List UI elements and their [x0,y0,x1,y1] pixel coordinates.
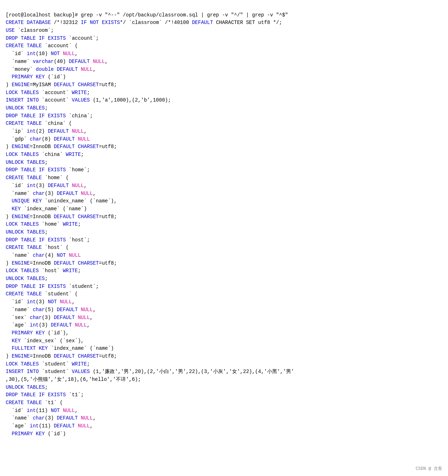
terminal-line: ) ENGINE=MyISAM DEFAULT CHARSET=utf8; [6,81,442,89]
terminal-line: `name` char(3) DEFAULT NULL, [6,190,442,198]
terminal-line: DROP TABLE IF EXISTS `account`; [6,35,442,43]
terminal-line: `name` char(3) DEFAULT NULL, [6,414,442,422]
terminal-line: `id` int(10) NOT NULL, [6,50,442,58]
terminal-line: CREATE TABLE `china` ( [6,120,442,128]
terminal-line: `ip` int(2) DEFAULT NULL, [6,128,442,136]
terminal-line: `age` int(3) DEFAULT NULL, [6,322,442,329]
watermark-label: CSDN @ 含客 [416,466,442,472]
terminal-line: DROP TABLE IF EXISTS `t1`; [6,391,442,399]
terminal-line: DROP TABLE IF EXISTS `home`; [6,166,442,174]
terminal-line: `age` int(11) DEFAULT NULL, [6,422,442,430]
terminal-line: CREATE TABLE `t1` ( [6,399,442,407]
terminal-line: LOCK TABLES `student` WRITE; [6,360,442,368]
terminal-line: UNLOCK TABLES; [6,384,442,392]
terminal-line: ) ENGINE=InnoDB DEFAULT CHARSET=utf8; [6,213,442,221]
terminal-line: UNIQUE KEY `unindex_name` (`name`), [6,197,442,205]
terminal-line: CREATE TABLE `home` ( [6,174,442,182]
terminal-line: CREATE TABLE `account` ( [6,42,442,50]
terminal-line: KEY `index_sex` (`sex`), [6,337,442,345]
terminal-line: PRIMARY KEY (`id`) [6,430,442,438]
terminal-line: LOCK TABLES `home` WRITE; [6,221,442,229]
terminal-line: `gdp` char(8) DEFAULT NULL [6,136,442,143]
terminal-line: UNLOCK TABLES; [6,275,442,283]
terminal-line: USE `classroom`; [6,27,442,35]
terminal-line: `name` char(5) DEFAULT NULL, [6,306,442,314]
terminal-line: `name` char(4) NOT NULL [6,252,442,260]
terminal-line: ) ENGINE=InnoDB DEFAULT CHARSET=utf8; [6,353,442,360]
terminal-line: ) ENGINE=InnoDB DEFAULT CHARSET=utf8; [6,260,442,268]
terminal-line: CREATE TABLE `student` ( [6,290,442,298]
terminal-line: LOCK TABLES `host` WRITE; [6,267,442,275]
terminal-line: CREATE TABLE `host` ( [6,244,442,252]
terminal-line: PRIMARY KEY (`id`) [6,73,442,81]
terminal-line: INSERT INTO `student` VALUES (1,'廉政','男'… [6,368,442,376]
terminal-line: KEY `index_name` (`name`) [6,205,442,213]
terminal-line: `id` int(11) NOT NULL, [6,407,442,415]
terminal-line: DROP TABLE IF EXISTS `student`; [6,283,442,291]
terminal-line: CREATE DATABASE /*!32312 IF NOT EXISTS*/… [6,19,442,27]
terminal-line: ) ENGINE=InnoDB DEFAULT CHARSET=utf8; [6,143,442,151]
terminal-line: UNLOCK TABLES; [6,229,442,236]
terminal-line: DROP TABLE IF EXISTS `china`; [6,112,442,120]
terminal-line: LOCK TABLES `china` WRITE; [6,151,442,159]
terminal-line: [root@localhost backup]# grep -v "^--" /… [6,11,442,19]
terminal-line: DROP TABLE IF EXISTS `host`; [6,236,442,244]
terminal-line: `id` int(3) DEFAULT NULL, [6,182,442,190]
terminal-line: LOCK TABLES `account` WRITE; [6,89,442,97]
terminal-line: INSERT INTO `account` VALUES (1,'a',1000… [6,97,442,104]
terminal-line: FULLTEXT KEY `index_name` (`name`) [6,345,442,353]
terminal-line: `money` double DEFAULT NULL, [6,66,442,74]
terminal-line: `name` varchar(40) DEFAULT NULL, [6,58,442,66]
terminal-line: PRIMARY KEY (`id`), [6,329,442,337]
terminal-line: `id` int(3) NOT NULL, [6,298,442,306]
terminal-line: UNLOCK TABLES; [6,159,442,167]
terminal-line: ,30),(5,'小熊猫','女',18),(6,'hello','不详',6)… [6,376,442,384]
terminal-output: [root@localhost backup]# grep -v "^--" /… [6,4,442,438]
terminal-line: `sex` char(3) DEFAULT NULL, [6,314,442,322]
terminal-line: UNLOCK TABLES; [6,104,442,112]
